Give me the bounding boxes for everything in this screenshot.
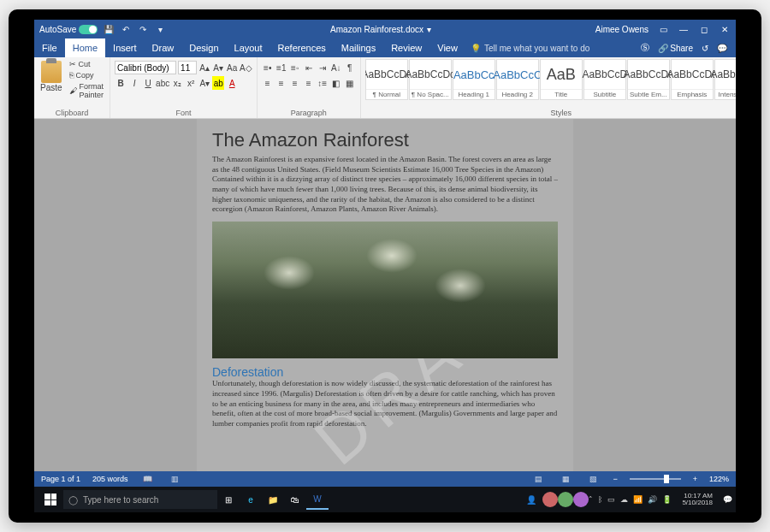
bold-button[interactable]: B xyxy=(115,76,127,90)
align-center-button[interactable]: ≡ xyxy=(275,76,287,90)
user-name[interactable]: Aimee Owens xyxy=(595,25,649,34)
font-name-select[interactable] xyxy=(115,61,176,74)
show-marks-button[interactable]: ¶ xyxy=(344,61,356,74)
borders-button[interactable]: ▦ xyxy=(344,76,356,90)
zoom-out-button[interactable]: − xyxy=(613,475,617,483)
edge-icon[interactable]: e xyxy=(240,489,262,510)
tray-overflow-icon[interactable]: ˄ xyxy=(589,495,593,504)
font-size-select[interactable] xyxy=(178,61,197,74)
action-center-icon[interactable]: 💬 xyxy=(723,495,732,504)
doc-heading-deforestation[interactable]: Deforestation xyxy=(212,365,558,379)
accessibility-icon[interactable]: ▥ xyxy=(168,473,183,485)
word-count[interactable]: 205 words xyxy=(92,475,128,483)
task-view-button[interactable]: ⊞ xyxy=(217,489,240,510)
ribbon-options-icon[interactable]: ▭ xyxy=(657,25,669,34)
zoom-level[interactable]: 122% xyxy=(709,475,729,483)
grow-font-button[interactable]: A▴ xyxy=(198,61,210,74)
read-mode-button[interactable]: ▤ xyxy=(530,473,546,485)
change-case-button[interactable]: Aa xyxy=(226,61,238,74)
title-dropdown-icon[interactable]: ▾ xyxy=(427,25,431,34)
web-layout-button[interactable]: ▧ xyxy=(585,473,601,485)
multilevel-list-button[interactable]: ≡◦ xyxy=(289,61,301,74)
volume-icon[interactable]: 🔊 xyxy=(648,495,657,504)
shading-button[interactable]: ◧ xyxy=(330,76,342,90)
doc-paragraph-1[interactable]: The Amazon Rainforest is an expansive fo… xyxy=(212,155,558,215)
style--no-spac-[interactable]: AaBbCcDc¶ No Spac... xyxy=(409,59,452,100)
tab-view[interactable]: View xyxy=(429,38,465,57)
paste-button[interactable]: Paste xyxy=(38,59,64,94)
numbering-button[interactable]: ≡1 xyxy=(275,61,287,74)
align-right-button[interactable]: ≡ xyxy=(289,76,301,90)
style-heading-2[interactable]: AaBbCcCHeading 2 xyxy=(496,59,539,100)
clock[interactable]: 10:17 AM 5/10/2018 xyxy=(677,493,718,506)
superscript-button[interactable]: x² xyxy=(185,76,197,90)
wifi-icon[interactable]: 📶 xyxy=(633,495,643,504)
styles-gallery[interactable]: AaBbCcDc¶ NormalAaBbCcDc¶ No Spac...AaBb… xyxy=(365,59,736,100)
tab-layout[interactable]: Layout xyxy=(227,38,270,57)
spellcheck-icon[interactable]: 📖 xyxy=(140,473,156,485)
shrink-font-button[interactable]: A▾ xyxy=(212,61,224,74)
minimize-button[interactable]: — xyxy=(678,25,690,34)
text-effects-button[interactable]: A▾ xyxy=(198,76,210,90)
increase-indent-button[interactable]: ⇥ xyxy=(317,61,329,74)
style-title[interactable]: AaBTitle xyxy=(540,59,583,100)
justify-button[interactable]: ≡ xyxy=(303,76,315,90)
tab-file[interactable]: File xyxy=(34,38,65,57)
tab-design[interactable]: Design xyxy=(181,38,226,57)
sort-button[interactable]: A↓ xyxy=(330,61,342,74)
tab-references[interactable]: References xyxy=(270,38,334,57)
clear-formatting-button[interactable]: A◇ xyxy=(240,61,252,74)
tab-review[interactable]: Review xyxy=(383,38,429,57)
history-icon[interactable]: ↺ xyxy=(702,44,708,53)
style-subtitle[interactable]: AaBbCcDSubtitle xyxy=(583,59,626,100)
store-icon[interactable]: 🛍 xyxy=(284,489,306,510)
style-subtle-em-[interactable]: AaBbCcDcSubtle Em... xyxy=(627,59,670,100)
maximize-button[interactable]: ◻ xyxy=(698,25,710,34)
tab-mailings[interactable]: Mailings xyxy=(334,38,383,57)
taskbar-search[interactable]: ◯ Type here to search xyxy=(63,490,217,509)
format-painter-button[interactable]: 🖌Format Painter xyxy=(68,81,106,100)
battery-icon[interactable]: 🔋 xyxy=(662,495,672,504)
tab-insert[interactable]: Insert xyxy=(105,38,145,57)
onedrive-icon[interactable]: ☁ xyxy=(620,495,628,504)
tab-draw[interactable]: Draw xyxy=(145,38,182,57)
font-color-button[interactable]: A xyxy=(226,76,238,90)
start-button[interactable] xyxy=(38,494,63,505)
tablet-mode-icon[interactable]: ▭ xyxy=(607,495,615,504)
people-icon[interactable]: 👤 xyxy=(520,489,542,510)
print-layout-button[interactable]: ▦ xyxy=(558,473,573,485)
autosave-toggle[interactable]: AutoSave xyxy=(39,25,98,34)
copy-button[interactable]: ⎘Copy xyxy=(68,70,106,80)
sync-status-icon[interactable]: Ⓢ xyxy=(641,42,649,54)
italic-button[interactable]: I xyxy=(128,76,140,90)
document-canvas[interactable]: DRAFT The Amazon Rainforest The Amazon R… xyxy=(34,119,736,471)
undo-icon[interactable]: ↶ xyxy=(120,25,132,34)
tab-home[interactable]: Home xyxy=(65,38,105,57)
underline-button[interactable]: U xyxy=(142,76,154,90)
align-left-button[interactable]: ≡ xyxy=(262,76,274,90)
comments-icon[interactable]: 💬 xyxy=(717,44,727,53)
strikethrough-button[interactable]: abc xyxy=(156,76,169,90)
file-explorer-icon[interactable]: 📁 xyxy=(262,489,284,510)
people-avatar-1[interactable] xyxy=(542,492,558,507)
style--normal[interactable]: AaBbCcDc¶ Normal xyxy=(365,59,408,100)
doc-image-rainforest[interactable] xyxy=(212,222,558,358)
zoom-in-button[interactable]: + xyxy=(693,475,697,483)
share-button[interactable]: 🔗 Share xyxy=(658,44,693,53)
style-heading-1[interactable]: AaBbCcHeading 1 xyxy=(453,59,495,100)
word-taskbar-icon[interactable]: W xyxy=(306,489,329,510)
people-avatar-2[interactable] xyxy=(558,492,573,507)
zoom-slider[interactable] xyxy=(630,478,681,480)
close-button[interactable]: ✕ xyxy=(719,25,731,34)
decrease-indent-button[interactable]: ⇤ xyxy=(303,61,315,74)
line-spacing-button[interactable]: ↕≡ xyxy=(317,76,329,90)
people-avatar-3[interactable] xyxy=(573,492,589,507)
cut-button[interactable]: ✂Cut xyxy=(68,59,106,69)
style-emphasis[interactable]: AaBbCcDcEmphasis xyxy=(671,59,714,100)
page[interactable]: DRAFT The Amazon Rainforest The Amazon R… xyxy=(197,119,573,471)
tell-me-search[interactable]: 💡 Tell me what you want to do xyxy=(465,38,632,57)
bluetooth-icon[interactable]: ᛒ xyxy=(598,495,602,504)
save-icon[interactable]: 💾 xyxy=(103,25,115,34)
page-indicator[interactable]: Page 1 of 1 xyxy=(41,475,80,483)
bullets-button[interactable]: ≡• xyxy=(262,61,274,74)
